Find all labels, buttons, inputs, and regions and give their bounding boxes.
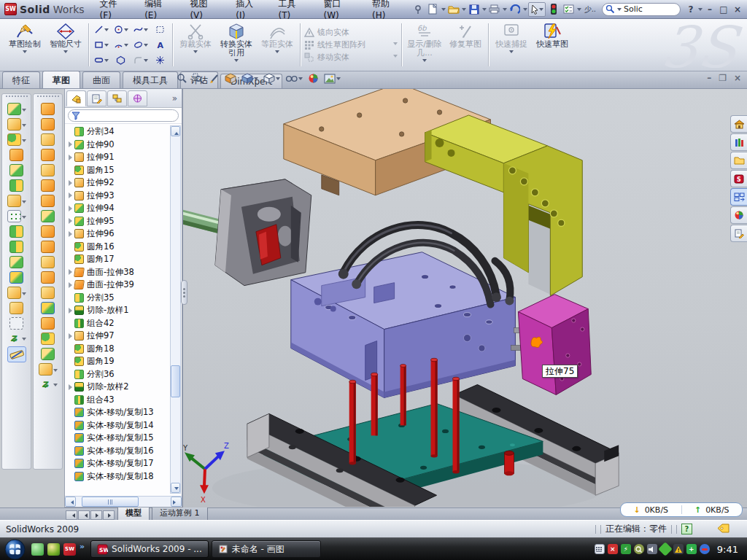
left-tool-icon[interactable] [41,133,55,146]
left-tool-icon[interactable] [41,210,55,222]
tray-update-badge-icon[interactable] [700,544,710,554]
tree-item[interactable]: 分割36 [67,368,182,381]
tray-volume-icon[interactable] [647,544,657,554]
left-tool-icon[interactable] [41,179,55,192]
quick-launch-messenger-icon[interactable] [31,543,44,556]
hide-show-items-icon[interactable] [284,73,304,84]
tree-item[interactable]: 曲面-拉伸38 [67,266,182,279]
left-tool-icon[interactable] [41,317,55,330]
scroll-right-button[interactable] [171,497,182,507]
configuration-manager-tab[interactable] [107,90,127,106]
tray-diamond-icon[interactable] [658,542,673,556]
tree-item[interactable]: 圆角15 [67,164,182,177]
open-folder-icon[interactable] [446,2,461,17]
rectangle-tool[interactable] [91,37,111,52]
menu-help[interactable]: 帮助(H) [364,0,411,18]
left-tool-icon[interactable] [9,302,23,314]
tree-item[interactable]: 组合42 [67,317,182,330]
arc-tool[interactable] [111,37,131,52]
tab-scroll-left-button[interactable] [78,510,90,520]
undo-icon[interactable] [508,2,522,17]
motion-study-tab[interactable]: 运动算例 1 [152,506,208,520]
tray-health-shield-icon[interactable]: + [686,544,697,554]
scroll-down-button[interactable] [171,483,180,493]
tree-item[interactable]: 实体-移动/复制15 [67,432,182,445]
dimxpert-manager-tab[interactable] [128,90,147,106]
left-tool-icon[interactable] [41,348,55,360]
sketch-text-tool[interactable]: A [150,37,170,52]
tree-item[interactable]: 拉伸96 [67,228,182,241]
quick-launch-solidworks-icon[interactable]: SW [63,543,76,556]
tree-filter-input[interactable] [68,109,179,122]
tree-item[interactable]: 拉伸93 [67,190,182,203]
tab-sketch[interactable]: 草图 [42,71,80,88]
tree-item[interactable]: 曲面-拉伸39 [67,279,182,292]
tree-item[interactable]: 拉伸91 [67,151,182,164]
new-file-icon[interactable] [426,2,441,17]
convert-entities-button[interactable]: 转换实体引用 [216,20,257,69]
tree-item[interactable]: 分割34 [67,125,182,139]
left-tool-icon[interactable]: ʑ [7,332,26,343]
tray-search-ring-icon[interactable] [634,544,644,554]
tag-icon[interactable] [717,524,729,535]
display-style-icon[interactable] [240,72,260,85]
print-icon[interactable] [487,2,502,17]
measure-tool-active[interactable] [7,346,26,362]
ellipse-tool[interactable] [131,37,150,52]
left-tool-icon[interactable] [41,302,55,314]
new-file-dropdown[interactable] [441,8,446,13]
part-insert-block[interactable] [518,295,591,395]
hide-show-dropdown[interactable] [298,77,303,82]
tree-item[interactable]: 实体-移动/复制14 [67,419,182,432]
smart-dimension-button[interactable]: 智能尺寸 [45,20,86,69]
tree-item[interactable]: 实体-移动/复制13 [67,406,182,419]
left-tool-icon[interactable] [41,195,55,207]
part-small-pin[interactable] [504,451,514,475]
convert-dropdown[interactable] [234,59,239,64]
help-dropdown[interactable] [698,8,703,13]
left-tool-icon[interactable] [9,225,23,238]
left-tool-icon[interactable] [9,179,23,192]
toolbox-tab[interactable]: S [730,170,747,187]
tray-network-warning-icon[interactable]: ! [673,544,684,554]
toolbar-drag-handle[interactable] [6,96,28,99]
left-tool-icon[interactable] [7,195,26,207]
panel-splitter-handle[interactable] [181,280,187,305]
restore-button[interactable]: □ [717,4,730,15]
search-scope-dropdown[interactable] [617,8,622,13]
edit-appearance-icon[interactable] [306,72,320,85]
hscroll-thumb[interactable] [82,497,139,507]
slot-tool[interactable] [91,52,111,68]
scroll-track[interactable] [171,136,180,483]
doc-restore-button[interactable]: ❐ [719,73,727,83]
sketch-dropdown[interactable] [23,50,27,55]
left-tool-icon[interactable] [9,241,23,253]
left-tool-icon[interactable] [9,317,23,330]
section-view-icon[interactable] [223,72,238,85]
left-tool-icon[interactable] [9,149,23,161]
smart-dimension-dropdown[interactable] [63,50,68,55]
tree-item[interactable]: 实体-移动/复制17 [67,457,182,470]
part-nozzle-block[interactable] [183,179,311,286]
tree-horizontal-scrollbar[interactable] [65,496,182,507]
save-dropdown[interactable] [482,8,487,13]
view-palette-tab[interactable] [730,188,747,206]
solidworks-resources-tab[interactable] [730,115,747,133]
left-tool-icon[interactable] [41,118,55,131]
left-tool-icon[interactable] [41,287,55,299]
menu-insert[interactable]: 插入(I) [228,0,270,18]
zoom-fit-icon[interactable] [175,72,189,85]
left-tool-icon[interactable] [7,210,26,222]
tree-item[interactable]: 拉伸92 [67,176,182,190]
start-button[interactable] [4,539,26,560]
doc-minimize-button[interactable]: – [707,73,711,83]
left-tool-icon[interactable] [41,225,55,238]
tree-item[interactable]: 实体-移动/复制16 [67,445,182,458]
quick-tips-icon[interactable]: ? [681,524,692,534]
appearances-scenes-tab[interactable] [730,206,747,224]
tree-item[interactable]: 拉伸94 [67,202,182,215]
select-tool-button[interactable] [528,2,546,17]
menu-edit[interactable]: 编辑(E) [136,0,182,18]
options-dropdown[interactable] [577,8,581,13]
doc-close-button[interactable]: × [734,73,741,83]
